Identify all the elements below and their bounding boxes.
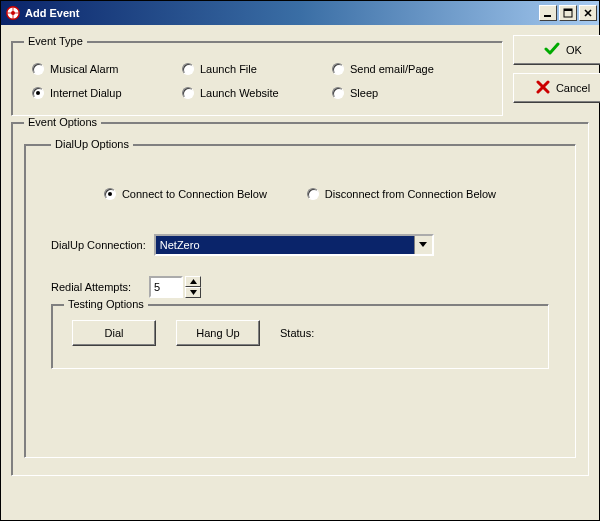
hangup-button[interactable]: Hang Up — [176, 320, 260, 346]
svg-rect-6 — [564, 9, 572, 11]
event-options-group: Event Options DialUp Options Connect to … — [11, 116, 589, 476]
radio-icon — [182, 87, 194, 99]
add-event-window: Add Event U≡BUGcom Event Type M — [0, 0, 600, 521]
x-icon — [536, 80, 550, 96]
dial-button[interactable]: Dial — [72, 320, 156, 346]
client-area: U≡BUGcom Event Type Musical Alarm Launch… — [1, 25, 599, 520]
dropdown-value: NetZero — [156, 236, 414, 254]
radio-internet-dialup[interactable]: Internet Dialup — [32, 87, 182, 99]
event-type-legend: Event Type — [24, 35, 87, 47]
radio-icon — [104, 188, 116, 200]
radio-sleep[interactable]: Sleep — [332, 87, 482, 99]
app-icon — [5, 5, 21, 21]
radio-disconnect[interactable]: Disconnect from Connection Below — [307, 188, 496, 200]
radio-icon — [32, 63, 44, 75]
radio-icon — [332, 87, 344, 99]
cancel-button[interactable]: Cancel — [513, 73, 600, 103]
svg-rect-4 — [544, 15, 551, 17]
radio-launch-website[interactable]: Launch Website — [182, 87, 332, 99]
window-title: Add Event — [25, 7, 539, 19]
radio-icon — [307, 188, 319, 200]
redial-attempts-spinner[interactable] — [149, 276, 201, 298]
spin-up-button[interactable] — [185, 276, 201, 287]
testing-options-group: Testing Options Dial Hang Up Status: — [51, 298, 549, 369]
dialup-connection-dropdown[interactable]: NetZero — [154, 234, 434, 256]
spin-down-button[interactable] — [185, 287, 201, 298]
dialup-options-group: DialUp Options Connect to Connection Bel… — [24, 138, 576, 458]
radio-icon — [182, 63, 194, 75]
radio-launch-file[interactable]: Launch File — [182, 63, 332, 75]
check-icon — [544, 42, 560, 58]
radio-icon — [32, 87, 44, 99]
close-button[interactable] — [579, 5, 597, 21]
maximize-button[interactable] — [559, 5, 577, 21]
redial-attempts-label: Redial Attempts: — [51, 281, 131, 293]
ok-button[interactable]: OK — [513, 35, 600, 65]
event-options-legend: Event Options — [24, 116, 101, 128]
radio-musical-alarm[interactable]: Musical Alarm — [32, 63, 182, 75]
testing-options-legend: Testing Options — [64, 298, 148, 310]
radio-connect[interactable]: Connect to Connection Below — [104, 188, 267, 200]
event-type-group: Event Type Musical Alarm Launch File Sen… — [11, 35, 503, 116]
chevron-down-icon — [414, 236, 432, 254]
dialup-options-legend: DialUp Options — [51, 138, 133, 150]
dialup-connection-label: DialUp Connection: — [51, 239, 146, 251]
radio-icon — [332, 63, 344, 75]
redial-attempts-input[interactable] — [149, 276, 183, 298]
titlebar: Add Event — [1, 1, 599, 25]
minimize-button[interactable] — [539, 5, 557, 21]
radio-send-email-page[interactable]: Send email/Page — [332, 63, 482, 75]
status-label: Status: — [280, 327, 314, 339]
